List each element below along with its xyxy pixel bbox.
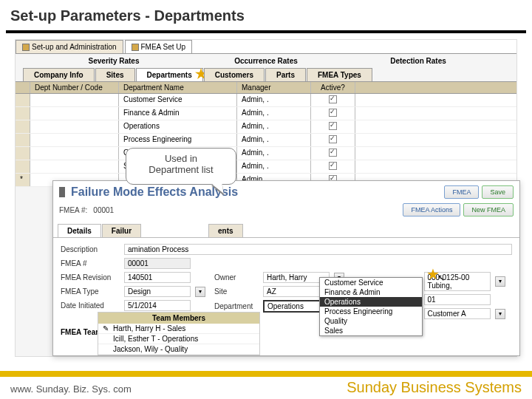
tab-occurrence[interactable]: Occurrence Rates	[190, 57, 342, 65]
col-manager[interactable]: Manager	[237, 82, 311, 93]
tab-sites[interactable]: Sites	[95, 68, 135, 81]
dept-label: Department	[214, 302, 259, 310]
tab-label: FMEA Set Up	[141, 43, 186, 51]
cell-mgr[interactable]: Admin, .	[237, 134, 311, 146]
record-selector-icon[interactable]	[59, 187, 65, 197]
tab-severity[interactable]: Severity Rates	[38, 57, 190, 65]
cell-mgr[interactable]: Admin, .	[237, 107, 311, 120]
dropdown-item[interactable]: Process Engineering	[320, 307, 422, 316]
cell-mgr[interactable]: Admin, .	[237, 120, 311, 133]
fmea-subtabs: Details Failur ents	[53, 224, 519, 238]
col-code[interactable]: Dept Number / Code	[30, 82, 119, 93]
fmea-id-label: FMEA #:	[59, 206, 87, 214]
chevron-down-icon[interactable]: ▾	[195, 287, 205, 297]
subtab-failure[interactable]: Failur	[102, 224, 141, 237]
cust-field[interactable]: Customer A	[424, 308, 491, 319]
checkbox-icon[interactable]	[329, 122, 337, 130]
tab-customers[interactable]: Customers	[204, 68, 265, 81]
col-selector	[16, 82, 30, 93]
subtab-ents[interactable]: ents	[208, 224, 243, 237]
fmea-actions-button[interactable]: FMEA Actions	[403, 203, 460, 216]
footer: www. Sunday. Biz. Sys. com Sunday Busine…	[0, 369, 532, 399]
dropdown-item[interactable]: Quality	[320, 316, 422, 326]
form-icon	[22, 44, 30, 51]
cell-mgr[interactable]: Admin, .	[237, 160, 311, 173]
tab-label: Set-up and Administration	[32, 43, 117, 51]
tab-label: Departments	[147, 71, 192, 79]
tab-detection[interactable]: Detection Rates	[342, 57, 494, 65]
setup-tabs: Company Info Sites Departments★ Customer…	[16, 68, 516, 82]
fmea-window: Failure Mode Effects Analysis FMEA Save …	[52, 180, 520, 356]
checkbox-icon[interactable]	[329, 95, 337, 103]
screenshot-area: Set-up and Administration FMEA Set Up Se…	[15, 39, 517, 357]
date-field[interactable]: 5/1/2014	[124, 300, 191, 311]
site-label: Site	[214, 287, 259, 296]
chevron-down-icon[interactable]: ▾	[495, 276, 505, 287]
table-header: Dept Number / Code Department Name Manag…	[16, 82, 516, 94]
table-row[interactable]: Customer ServiceAdmin, .	[16, 94, 516, 107]
list-item[interactable]: Icill, Esther T - Operations	[98, 334, 259, 344]
dropdown-item-selected[interactable]: Operations	[320, 297, 422, 307]
rev-label: FMEA Revision	[61, 273, 120, 282]
team-member: Jackson, Wily - Quality	[113, 345, 188, 353]
new-fmea-button[interactable]: New FMEA	[463, 203, 514, 216]
team-members: Team Members ✎Harth, Harry H - Sales Ici…	[98, 312, 260, 355]
dropdown-item[interactable]: Customer Service	[320, 278, 422, 287]
rev-field[interactable]: 140501	[124, 272, 191, 283]
list-item[interactable]: Jackson, Wily - Quality	[98, 344, 259, 355]
cell-mgr[interactable]: Admin, .	[237, 94, 311, 106]
tab-fmea-types[interactable]: FMEA Types	[307, 68, 372, 81]
table-row[interactable]: OperationsAdmin, .	[16, 120, 516, 134]
save-button[interactable]: Save	[482, 185, 514, 199]
rate-tabs: Severity Rates Occurrence Rates Detectio…	[16, 54, 516, 68]
form-icon	[132, 44, 139, 51]
subtab-details[interactable]: Details	[58, 224, 101, 237]
fmeanum-label: FMEA #	[61, 259, 120, 267]
fmeanum-field: 00001	[124, 258, 191, 269]
desc-field[interactable]: amination Process	[124, 244, 512, 255]
type-field[interactable]: Design	[124, 286, 191, 297]
checkbox-icon[interactable]	[329, 162, 337, 170]
title-underline	[6, 30, 526, 33]
cell-name[interactable]: Customer Service	[119, 94, 237, 106]
list-item[interactable]: ✎Harth, Harry H - Sales	[98, 324, 259, 334]
cell-name[interactable]: Operations	[119, 120, 237, 133]
cell-name[interactable]: Process Engineering	[119, 134, 237, 146]
callout-text: Department list	[132, 164, 230, 175]
dropdown-item[interactable]: Sales	[320, 326, 422, 335]
cell-mgr[interactable]: Admin, .	[237, 147, 311, 160]
desc-label: Description	[61, 245, 120, 253]
fmea-button[interactable]: FMEA	[444, 185, 479, 199]
chevron-down-icon[interactable]: ▾	[495, 309, 505, 319]
tab-company[interactable]: Company Info	[23, 68, 95, 81]
col-name[interactable]: Department Name	[119, 82, 237, 93]
footer-brand: Sunday Business Systems	[347, 379, 522, 396]
team-member: Harth, Harry H - Sales	[113, 324, 185, 332]
table-row[interactable]: QualityAdmin, .	[16, 147, 516, 160]
partrev-field[interactable]: 01	[424, 294, 491, 305]
dept-dropdown[interactable]: Customer Service Finance & Admin Operati…	[319, 277, 423, 336]
tab-departments[interactable]: Departments★	[136, 68, 203, 81]
team-member: Icill, Esther T - Operations	[113, 335, 198, 343]
checkbox-icon[interactable]	[329, 109, 337, 117]
checkbox-icon[interactable]	[329, 135, 337, 143]
top-tabs: Set-up and Administration FMEA Set Up	[16, 40, 516, 54]
callout-text: Used in	[132, 153, 230, 164]
col-active[interactable]: Active?	[311, 82, 355, 93]
tab-fmea-setup[interactable]: FMEA Set Up	[125, 40, 193, 53]
table-row[interactable]: SalesAdmin, .	[16, 160, 516, 174]
dept-table: Dept Number / Code Department Name Manag…	[16, 82, 516, 187]
tab-setup-admin[interactable]: Set-up and Administration	[16, 40, 123, 53]
checkbox-icon[interactable]	[329, 149, 337, 157]
table-row[interactable]: Process EngineeringAdmin, .	[16, 134, 516, 147]
fmea-title: Failure Mode Effects Analysis	[71, 185, 438, 199]
tab-parts[interactable]: Parts	[265, 68, 306, 81]
date-label: Date Initiated	[61, 301, 120, 310]
slide-title: Set-up Parameters - Departments	[0, 0, 532, 30]
footer-url: www. Sunday. Biz. Sys. com	[10, 383, 132, 395]
team-header: Team Members	[98, 313, 259, 324]
cursor-icon: ↖	[437, 273, 445, 283]
dropdown-item[interactable]: Finance & Admin	[320, 287, 422, 297]
cell-name[interactable]: Finance & Admin	[119, 107, 237, 120]
table-row[interactable]: Finance & AdminAdmin, .	[16, 107, 516, 120]
